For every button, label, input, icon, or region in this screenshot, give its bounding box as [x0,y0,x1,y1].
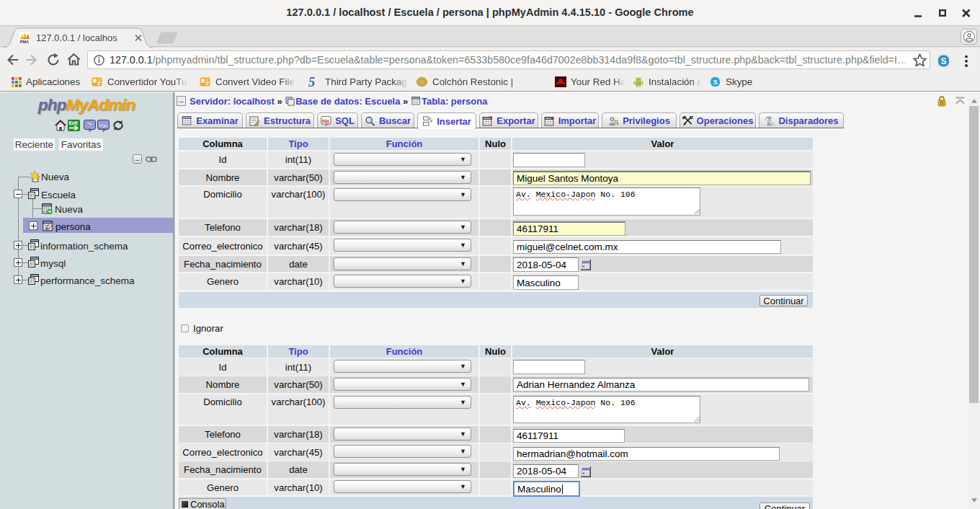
svg-text:S: S [941,56,947,66]
svg-text:PMA: PMA [19,40,28,44]
svg-text:S: S [713,79,718,86]
svg-text:?: ? [88,122,92,129]
svg-text:SQL: SQL [99,124,108,128]
svg-text:SQL: SQL [322,118,331,123]
svg-text:5: 5 [308,75,315,88]
svg-text:Exit: Exit [69,120,79,125]
